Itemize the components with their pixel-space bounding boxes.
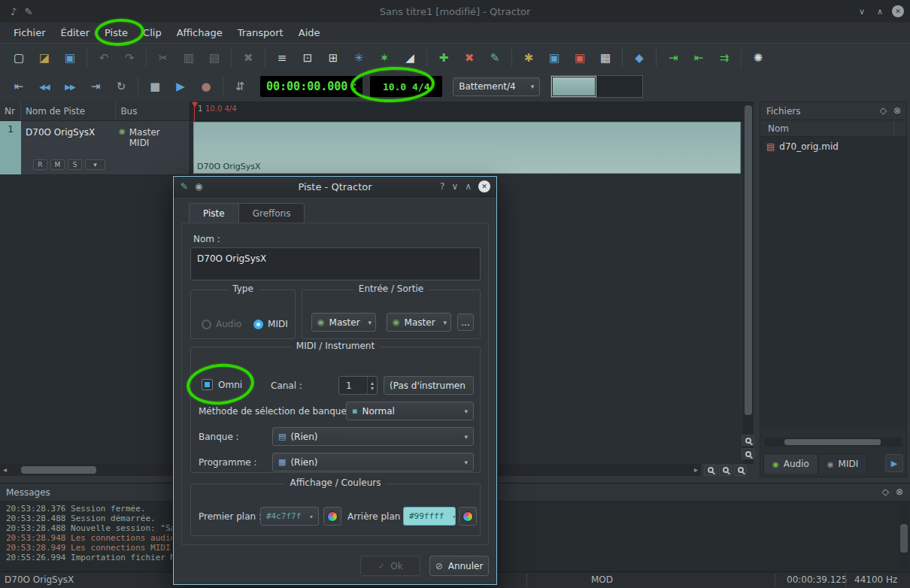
stop-icon[interactable]: ■	[145, 77, 165, 96]
ok-button[interactable]: ✓ Ok	[360, 556, 420, 576]
tempo-map-icon[interactable]: ▦	[596, 48, 615, 68]
bank-method-select[interactable]: ▪ Normal ▾	[346, 402, 474, 420]
float-panel-icon[interactable]: ◇	[882, 486, 889, 497]
auto-backward-icon[interactable]: ⇤	[689, 48, 708, 68]
output-bus-select[interactable]: ◉ Master ▾	[387, 313, 451, 332]
open-session-icon[interactable]: ◪	[35, 48, 54, 68]
files-panel-titlebar[interactable]: Fichiers ◇ ⊗	[760, 102, 906, 120]
dialog-pin-icon[interactable]: ◉	[195, 181, 202, 192]
follow-playhead-icon[interactable]: ⇥	[663, 48, 683, 68]
playhead-marker-icon[interactable]	[192, 102, 198, 108]
float-panel-icon[interactable]: ◇	[880, 105, 887, 116]
zoom-reset-icon[interactable]	[719, 465, 732, 476]
dialog-help-icon[interactable]: ?	[440, 181, 444, 192]
program-select[interactable]: ▦ (Rien) ▾	[272, 453, 474, 471]
select-range-mode-icon[interactable]: ⊞	[323, 48, 343, 68]
foreground-color-select[interactable]: #4c7f7f ▾	[260, 507, 319, 526]
punch-icon[interactable]: ⇵	[230, 77, 250, 96]
scroll-left-icon[interactable]: ◂	[3, 465, 7, 474]
select-mode-icon[interactable]: ⊡	[298, 48, 317, 68]
clip-fade-icon[interactable]: ◢	[400, 48, 420, 68]
tools-icon[interactable]: ✱	[519, 48, 538, 68]
tab-greffons[interactable]: Greffons	[238, 203, 305, 223]
overview-viewport[interactable]	[551, 76, 596, 97]
solo-button[interactable]: S	[68, 159, 82, 170]
scrollbar-thumb[interactable]	[21, 466, 96, 474]
file-item[interactable]: ▤ d70_orig.mid	[766, 141, 900, 152]
messages-scrollbar[interactable]	[899, 505, 908, 569]
continue-past-end-icon[interactable]: ⇉	[714, 48, 734, 68]
menu-aide[interactable]: Aide	[291, 24, 328, 41]
session-overview[interactable]	[551, 75, 643, 98]
audio-radio[interactable]	[202, 320, 211, 329]
scrollbar-thumb[interactable]	[745, 105, 752, 415]
column-divider[interactable]	[893, 120, 894, 136]
window-minimize-button[interactable]: ∨	[856, 5, 868, 17]
menu-transport[interactable]: Transport	[230, 24, 291, 41]
timeline-ruler[interactable]: 1 10.0 4/4	[190, 102, 743, 121]
track-row[interactable]: 1 D70O OrigSysX ◉ Master MIDI R M S ▾	[0, 121, 190, 175]
bus-more-button[interactable]: ...	[457, 314, 474, 331]
dialog-titlebar[interactable]: ✎ ◉ Piste - Qtractor ? ∨ ∧ ✕	[174, 177, 496, 197]
loop-icon[interactable]: ↻	[111, 77, 131, 96]
clip-draw-icon[interactable]: ✎	[485, 48, 505, 68]
copy-icon[interactable]: ▥	[179, 48, 199, 68]
ruler-tempo-marker[interactable]: 10.0 4/4	[205, 105, 237, 113]
clip-special-icon[interactable]: ✶	[375, 48, 394, 68]
files-list[interactable]: ▤ d70_orig.mid	[760, 137, 906, 429]
tab-midi-files[interactable]: ◉ MIDI	[818, 453, 867, 474]
column-nr[interactable]: Nr	[0, 102, 21, 120]
foreground-color-picker-button[interactable]	[323, 507, 341, 526]
tab-audio-files[interactable]: ◉ Audio	[763, 453, 818, 474]
paste-icon[interactable]: ▤	[205, 48, 224, 68]
dialog-unshade-icon[interactable]: ∧	[465, 181, 472, 192]
cancel-button[interactable]: ⊘ Annuler	[429, 556, 489, 576]
new-session-icon[interactable]: ▢	[9, 48, 29, 68]
undo-icon[interactable]: ↶	[94, 48, 114, 68]
loop-range-icon[interactable]: ▣	[544, 48, 564, 68]
column-name[interactable]: Nom de Piste	[21, 102, 116, 120]
track-options-button[interactable]: ▾	[85, 159, 105, 170]
instrument-select[interactable]: (Pas d'instrumen ▾	[384, 376, 474, 395]
track-vertical-scrollbar[interactable]	[743, 102, 754, 464]
window-close-button[interactable]: ✕	[892, 5, 904, 17]
track-list-view-icon[interactable]: ≡	[272, 48, 292, 68]
save-session-icon[interactable]: ▣	[60, 48, 80, 68]
fast-forward-icon[interactable]: ▶▶	[60, 77, 80, 96]
file-play-button[interactable]: ▶	[885, 454, 903, 472]
spin-down-icon[interactable]: ▾	[371, 386, 374, 391]
scroll-right-icon[interactable]: ▸	[694, 465, 698, 474]
go-to-end-icon[interactable]: ⇥	[86, 77, 105, 96]
clip-new-icon[interactable]: ✚	[434, 48, 453, 68]
column-bus[interactable]: Bus	[116, 102, 190, 120]
clip-remove-icon[interactable]: ✖	[460, 48, 479, 68]
zoom-in-icon[interactable]	[734, 465, 747, 476]
vzoom-out-icon[interactable]	[742, 435, 754, 446]
delete-icon[interactable]: ✖	[238, 48, 258, 68]
play-icon[interactable]: ▶	[171, 77, 190, 96]
record-icon[interactable]: ●	[196, 77, 216, 96]
rewind-icon[interactable]: ◀◀	[35, 77, 54, 96]
zoom-out-icon[interactable]	[704, 465, 717, 476]
edit-mode-icon[interactable]: ✳	[349, 48, 369, 68]
close-panel-icon[interactable]: ⊗	[893, 105, 901, 116]
background-color-select[interactable]: #99ffff ▾	[403, 507, 456, 526]
mute-button[interactable]: M	[50, 159, 65, 170]
input-bus-select[interactable]: ◉ Master ▾	[311, 313, 376, 332]
tab-piste[interactable]: Piste	[189, 203, 239, 223]
files-column-header[interactable]: Nom	[760, 120, 906, 137]
go-to-start-icon[interactable]: ⇤	[9, 77, 29, 96]
menu-fichier[interactable]: Fichier	[6, 24, 53, 41]
channel-spinner[interactable]: 1 ▴ ▾	[338, 376, 378, 395]
track-name-input[interactable]: D70O OrigSysX	[190, 247, 481, 280]
titlebar-pin-icon[interactable]: ✎	[21, 6, 36, 17]
background-color-picker-button[interactable]	[459, 507, 477, 526]
vzoom-in-icon[interactable]	[742, 448, 754, 459]
snap-select[interactable]: Battement/4 ▾	[453, 77, 540, 96]
midi-radio[interactable]	[253, 320, 263, 329]
record-arm-button[interactable]: R	[33, 159, 47, 170]
scrollbar-thumb[interactable]	[784, 439, 881, 445]
dialog-close-button[interactable]: ✕	[478, 180, 490, 192]
punch-range-icon[interactable]: ▣	[570, 48, 590, 68]
window-maximize-button[interactable]: ∧	[874, 5, 886, 17]
